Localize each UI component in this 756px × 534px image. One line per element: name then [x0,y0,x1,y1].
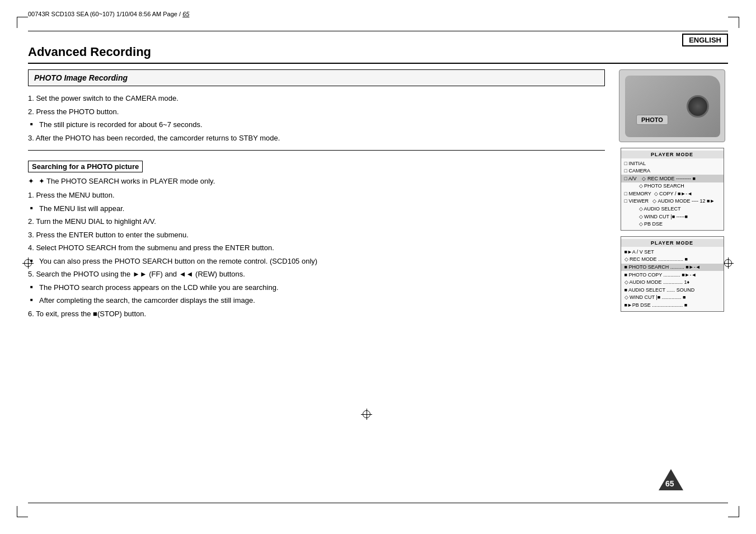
step-2: 2. Press the PHOTO button. [28,106,605,118]
menu-item: □ CAMERA [621,167,724,175]
menu-box1-title: PLAYER MODE [621,151,724,158]
menu-item: ◇ AUDIO MODE .............. 1♦ [621,279,724,287]
right-column: PHOTO PLAYER MODE □ INITIAL □ CAMERA □ A… [616,69,728,326]
menu-item: ■►PB DSE ...................... ■ [621,302,724,310]
menu-item: ■ PHOTO COPY ............ ■►-◄ [621,271,724,279]
s2-step-3: 3. Press the ENTER button to enter the s… [28,229,605,241]
menu-item: □ VIEWER ◇ AUDIO MODE ---- 12 ■► [621,198,724,205]
footer-rule [28,503,728,503]
page-ref: / [179,11,181,17]
s2-step-4-bullet: You can also press the PHOTO SEARCH butt… [28,256,605,267]
page-number-badge: 65 [659,469,683,492]
menu-item: □ MEMORY ◇ COPY / ■►-◄ [621,190,724,198]
step-1: 1. Set the power switch to the CAMERA mo… [28,93,605,104]
section2-title: Searching for a PHOTO picture [28,161,143,172]
menu-item: ◇ PHOTO SEARCH [621,182,724,190]
menu-box2-title: PLAYER MODE [621,239,724,247]
camera-body: PHOTO [625,76,720,137]
menu-item: ◇ REC MODE .................. ■ [621,256,724,264]
menu-item-av-header: ■►A / V SET [621,248,724,256]
menu-item: ◇ WIND CUT |■ -----■ [621,213,724,221]
s2-step-1: 1. Press the MENU button. [28,190,605,201]
corner-mark-bl [17,506,28,517]
section2-steps: 1. Press the MENU button. The MENU list … [28,190,605,319]
page-triangle: 65 [659,469,683,490]
header-area: 00743R SCD103 SEA (60~107) 1/10/04 8:56 … [28,10,728,18]
s2-step-1-bullet: The MENU list will appear. [28,203,605,214]
s2-step-5: 5. Search the PHOTO using the ►► (FF) an… [28,269,605,280]
menu-item: ◇ PB DSE [621,221,724,228]
camera-lens [687,95,709,118]
menu-item-photo-search: ■ PHOTO SEARCH .......... ■►-◄ [621,264,724,271]
s2-step-6: 6. To exit, press the ■(STOP) button. [28,308,605,320]
menu-item: ◇ WIND CUT |■ .............. ■ [621,294,724,302]
s2-step-2: 2. Turn the MENU DIAL to highlight A/V. [28,216,605,227]
header-rule [28,31,728,31]
content-area: Advanced Recording PHOTO Image Recording… [28,45,728,500]
camera-image: PHOTO [619,69,725,142]
step-3: 3. After the PHOTO has been recorded, th… [28,133,605,144]
menu-item-av: □ A/V ◇ REC MODE --------- ■ [621,175,724,182]
menu-box-2: PLAYER MODE ■►A / V SET ◇ REC MODE .....… [621,236,724,312]
corner-mark-tl [17,17,28,28]
step-2-bullet: The still picture is recorded for about … [28,119,605,130]
page-number: 65 [665,479,674,488]
file-info-text: 00743R SCD103 SEA (60~107) 1/10/04 8:56 … [28,11,177,17]
s2-step-5-bullet1: The PHOTO search process appears on the … [28,282,605,293]
menu-item: ■ AUDIO SELECT ...... SOUND [621,286,724,294]
s2-step-5-bullet2: After completing the search, the camcord… [28,295,605,306]
corner-mark-tr [728,17,739,28]
menu-box-1: PLAYER MODE □ INITIAL □ CAMERA □ A/V ◇ R… [621,148,724,231]
s2-step-4: 4. Select PHOTO SEARCH from the submenu … [28,242,605,254]
left-column: PHOTO Image Recording 1. Set the power s… [28,69,605,326]
section2-intro: ✦ ✦ The PHOTO SEARCH works in PLAYER mod… [28,177,605,185]
section1-steps: 1. Set the power switch to the CAMERA mo… [28,93,605,143]
menu-item: ◇ AUDIO SELECT [621,205,724,213]
page-ref-65: 65 [182,11,189,17]
page-title: Advanced Recording [28,45,728,64]
section1-title: PHOTO Image Recording [34,73,599,82]
section1-box: PHOTO Image Recording [28,69,605,86]
corner-mark-br [728,506,739,517]
divider1 [28,150,605,151]
file-info: 00743R SCD103 SEA (60~107) 1/10/04 8:56 … [28,10,189,18]
camera-photo-label: PHOTO [636,115,668,125]
main-layout: PHOTO Image Recording 1. Set the power s… [28,69,728,326]
menu-item: □ INITIAL [621,160,724,167]
